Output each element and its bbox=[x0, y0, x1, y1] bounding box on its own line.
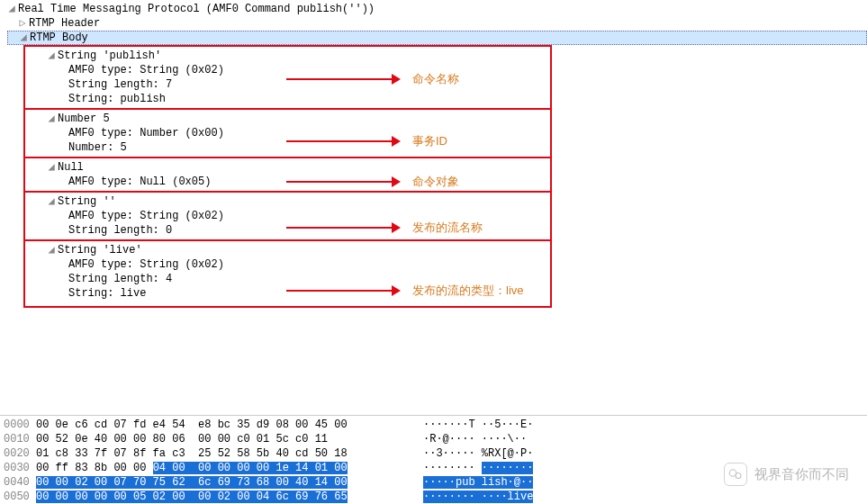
toggle-closed-icon[interactable]: ▷ bbox=[18, 16, 27, 31]
hex-bytes: 00 52 0e 40 00 00 80 06 00 00 c0 01 5c c… bbox=[36, 432, 414, 446]
hex-ascii: ········ ········ bbox=[414, 461, 533, 475]
tree-row[interactable]: ◢String 'live' bbox=[25, 243, 550, 257]
hex-row[interactable]: 0010 00 52 0e 40 00 00 80 06 00 00 c0 01… bbox=[0, 432, 867, 446]
body-red-box: ◢String 'publish' AMF0 type: String (0x0… bbox=[23, 45, 552, 308]
hex-bytes: 01 c8 33 7f 07 8f fa c3 25 52 58 5b 40 c… bbox=[36, 446, 414, 461]
group-null: ◢Null AMF0 type: Null (0x05) 命令对象 bbox=[25, 157, 550, 189]
toggle-open-icon[interactable]: ◢ bbox=[47, 160, 56, 175]
hex-row[interactable]: 0050 00 00 00 00 00 05 02 00 00 02 00 04… bbox=[0, 490, 867, 504]
hex-ascii: ········ ····live bbox=[414, 490, 533, 504]
watermark-text: 视界音你而不同 bbox=[754, 466, 849, 483]
group-title: String '' bbox=[58, 194, 116, 209]
svg-point-1 bbox=[736, 473, 741, 479]
toggle-open-icon[interactable]: ◢ bbox=[47, 243, 56, 257]
arrow-icon bbox=[286, 140, 399, 142]
toggle-open-icon[interactable]: ◢ bbox=[47, 49, 56, 63]
tree-row[interactable]: Number: 5 bbox=[25, 140, 550, 155]
hex-dump-pane[interactable]: 0000 00 0e c6 cd 07 fd e4 54 e8 bc 35 d9… bbox=[0, 415, 867, 504]
hex-selected: 04 00 00 00 00 00 1e 14 01 00 bbox=[153, 462, 348, 474]
arrow-icon bbox=[286, 290, 399, 292]
hex-ascii: ··3····· %RX[@·P· bbox=[414, 446, 533, 461]
annotation: 事务ID bbox=[412, 133, 447, 149]
tree-row[interactable]: ◢Null bbox=[25, 160, 550, 175]
hex-bytes: 00 0e c6 cd 07 fd e4 54 e8 bc 35 d9 08 0… bbox=[36, 418, 414, 432]
toggle-open-icon[interactable]: ◢ bbox=[47, 194, 56, 209]
annotation: 命令名称 bbox=[412, 71, 459, 87]
arrow-icon bbox=[286, 181, 399, 183]
hex-offset: 0000 bbox=[0, 418, 36, 432]
annotation: 发布的流的类型：live bbox=[412, 283, 524, 299]
toggle-open-icon[interactable]: ◢ bbox=[7, 2, 16, 16]
title-text: Real Time Messaging Protocol (AMF0 Comma… bbox=[18, 2, 375, 16]
group-stream-type: ◢String 'live' AMF0 type: String (0x02) … bbox=[25, 239, 550, 301]
hex-ascii: ·······T ··5···E· bbox=[414, 418, 533, 432]
group-title: String 'publish' bbox=[58, 49, 161, 63]
hex-row[interactable]: 0020 01 c8 33 7f 07 8f fa c3 25 52 58 5b… bbox=[0, 446, 867, 461]
hex-bytes: 00 00 00 00 00 05 02 00 00 02 00 04 6c 6… bbox=[36, 490, 414, 504]
hex-ascii: ·····pub lish·@·· bbox=[414, 475, 533, 490]
annotation: 命令对象 bbox=[412, 174, 459, 190]
tree-row[interactable]: ◢String 'publish' bbox=[25, 49, 550, 63]
hex-offset: 0020 bbox=[0, 446, 36, 461]
protocol-title[interactable]: ◢ Real Time Messaging Protocol (AMF0 Com… bbox=[7, 2, 867, 16]
ascii-selected: ········ ····live bbox=[423, 490, 533, 503]
group-publish: ◢String 'publish' AMF0 type: String (0x0… bbox=[25, 49, 550, 106]
rtmp-header-label: RTMP Header bbox=[29, 16, 100, 31]
group-title: Null bbox=[58, 160, 84, 175]
tree-row[interactable]: ◢String '' bbox=[25, 194, 550, 209]
hex-row[interactable]: 0000 00 0e c6 cd 07 fd e4 54 e8 bc 35 d9… bbox=[0, 418, 867, 432]
hex-offset: 0010 bbox=[0, 432, 36, 446]
group-title: Number 5 bbox=[58, 112, 110, 126]
tree-row[interactable]: ◢Number 5 bbox=[25, 112, 550, 126]
hex-selected: 00 00 02 00 07 70 75 62 6c 69 73 68 00 4… bbox=[36, 476, 348, 489]
arrow-icon bbox=[286, 78, 399, 80]
hex-offset: 0050 bbox=[0, 490, 36, 504]
toggle-open-icon[interactable]: ◢ bbox=[19, 31, 28, 45]
arrow-icon bbox=[286, 227, 399, 229]
tree-row[interactable]: String: publish bbox=[25, 92, 550, 106]
tree-row[interactable]: AMF0 type: String (0x02) bbox=[25, 63, 550, 77]
ascii-selected: ········ bbox=[482, 462, 534, 474]
hex-selected: 00 00 00 00 00 05 02 00 00 02 00 04 6c 6… bbox=[36, 490, 348, 503]
tree-row[interactable]: AMF0 type: String (0x02) bbox=[25, 257, 550, 272]
hex-offset: 0040 bbox=[0, 475, 36, 490]
hex-bytes: 00 00 02 00 07 70 75 62 6c 69 73 68 00 4… bbox=[36, 475, 414, 490]
hex-ascii: ·R·@···· ····\·· bbox=[414, 432, 527, 446]
hex-offset: 0030 bbox=[0, 461, 36, 475]
tree-row[interactable]: AMF0 type: Number (0x00) bbox=[25, 126, 550, 140]
rtmp-header-row[interactable]: ▷ RTMP Header bbox=[7, 16, 867, 31]
ascii-selected: ·····pub lish·@·· bbox=[423, 476, 533, 489]
hex-bytes: 00 ff 83 8b 00 00 04 00 00 00 00 00 1e 1… bbox=[36, 461, 414, 475]
toggle-open-icon[interactable]: ◢ bbox=[47, 112, 56, 126]
watermark: 视界音你而不同 bbox=[724, 463, 849, 486]
annotation: 发布的流名称 bbox=[412, 220, 483, 236]
rtmp-body-row[interactable]: ◢ RTMP Body bbox=[7, 31, 867, 45]
group-number: ◢Number 5 AMF0 type: Number (0x00) Numbe… bbox=[25, 108, 550, 155]
group-stream-name: ◢String '' AMF0 type: String (0x02) Stri… bbox=[25, 191, 550, 238]
group-title: String 'live' bbox=[58, 243, 142, 257]
rtmp-body-label: RTMP Body bbox=[30, 31, 88, 45]
packet-tree: ◢ Real Time Messaging Protocol (AMF0 Com… bbox=[0, 0, 867, 308]
wechat-icon bbox=[724, 463, 747, 486]
